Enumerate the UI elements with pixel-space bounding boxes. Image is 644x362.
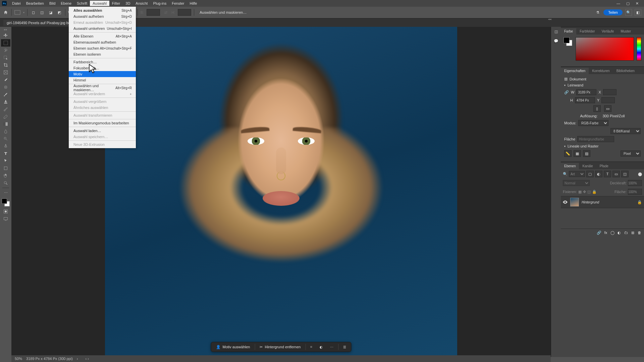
- fx-icon[interactable]: fx: [603, 230, 608, 235]
- more-actions-icon[interactable]: ⋯: [327, 344, 337, 350]
- delete-layer-icon[interactable]: 🗑: [637, 230, 642, 235]
- healing-tool[interactable]: [1, 83, 10, 91]
- mask-icon[interactable]: ◯: [610, 230, 615, 235]
- lasso-tool[interactable]: [1, 47, 10, 54]
- layer-lock-icon[interactable]: 🔒: [637, 200, 642, 204]
- menu-auswahl[interactable]: Auswahl: [90, 1, 109, 6]
- orientation-landscape-icon[interactable]: ▭: [604, 105, 611, 112]
- fg-bg-swatch[interactable]: [564, 37, 573, 47]
- menu-item-auswahl-laden-[interactable]: Auswahl laden…: [69, 128, 136, 134]
- filter-toggle-icon[interactable]: ⬤: [638, 172, 642, 176]
- crop-action-icon[interactable]: ⌗: [307, 344, 316, 350]
- fill-field[interactable]: [577, 136, 614, 142]
- layer-name[interactable]: Hintergrund: [582, 200, 599, 204]
- menu-ansicht[interactable]: Ansicht: [133, 1, 150, 6]
- panel-icon-2[interactable]: 💬: [551, 36, 561, 46]
- menu-schrift[interactable]: Schrift: [74, 1, 90, 6]
- filter-shape-icon[interactable]: ▭: [612, 171, 620, 177]
- eraser-tool[interactable]: [1, 113, 10, 120]
- tab-eigenschaften[interactable]: Eigenschaften: [561, 68, 589, 74]
- unit-select[interactable]: Pixel: [621, 150, 641, 157]
- filter-adjust-icon[interactable]: ◐: [595, 171, 602, 177]
- y-field[interactable]: [601, 97, 615, 103]
- filter-smart-icon[interactable]: ◫: [621, 171, 629, 177]
- canvas-section[interactable]: Leinwand: [564, 83, 641, 87]
- color-swatches[interactable]: [1, 198, 10, 208]
- menu-item-ebenen-isolieren[interactable]: Ebenen isolieren: [69, 51, 136, 57]
- grid-icon[interactable]: ▦: [574, 150, 581, 157]
- marquee-tool[interactable]: [1, 39, 10, 47]
- adjustment-icon[interactable]: ◐: [616, 230, 622, 235]
- menu-item-ebenenauswahl-aufheben[interactable]: Ebenenauswahl aufheben: [69, 39, 136, 45]
- tab-kanäle[interactable]: Kanäle: [579, 163, 596, 169]
- layer-filter-select[interactable]: Art: [569, 171, 585, 177]
- menu-bearbeiten[interactable]: Bearbeiten: [23, 1, 47, 6]
- hue-slider[interactable]: [637, 37, 641, 61]
- type-tool[interactable]: [1, 150, 10, 157]
- link-icon[interactable]: 🔗: [564, 90, 569, 95]
- tab-pfade[interactable]: Pfade: [596, 163, 612, 169]
- layer-row[interactable]: Hintergrund 🔒: [561, 196, 644, 208]
- remove-background-button[interactable]: ✂ Hintergrund entfernen: [256, 344, 304, 351]
- hand-tool[interactable]: [1, 172, 10, 179]
- tab-muster[interactable]: Muster: [617, 28, 634, 35]
- marquee-tool-icon[interactable]: [14, 9, 20, 15]
- height-field[interactable]: [575, 97, 595, 103]
- tab-verläufe[interactable]: Verläufe: [598, 28, 618, 35]
- lock-position-icon[interactable]: ✥: [583, 190, 586, 194]
- select-and-mask-button[interactable]: Auswählen und maskieren…: [197, 9, 249, 15]
- color-mode-select[interactable]: RGB-Farbe: [578, 120, 608, 126]
- brush-tool[interactable]: [1, 91, 10, 98]
- lock-artboard-icon[interactable]: ◫: [587, 190, 591, 194]
- menu-3d[interactable]: 3D: [123, 1, 133, 6]
- menu-item-alle-ebenen[interactable]: Alle EbenenAlt+Strg+A: [69, 33, 136, 39]
- filter-type-icon[interactable]: T: [604, 171, 611, 177]
- properties-action-icon[interactable]: ☰: [340, 344, 350, 350]
- link-layers-icon[interactable]: 🔗: [596, 230, 602, 235]
- edit-toolbar-icon[interactable]: ⋯: [1, 189, 10, 196]
- crop-tool[interactable]: [1, 61, 10, 69]
- menu-item-ebenen-suchen[interactable]: Ebenen suchenAlt+Umschalt+Strg+F: [69, 45, 136, 51]
- rulers-section[interactable]: Lineale und Raster: [564, 144, 641, 148]
- object-select-tool[interactable]: [1, 54, 10, 61]
- toolbox-collapse-icon[interactable]: ▸▸: [4, 28, 7, 31]
- workspace-icon[interactable]: ◧: [635, 9, 641, 16]
- tab-bibliotheken[interactable]: Bibliotheken: [613, 68, 638, 74]
- menu-item-motiv[interactable]: Motiv: [69, 71, 136, 77]
- menu-fenster[interactable]: Fenster: [169, 1, 187, 6]
- pen-tool[interactable]: [1, 142, 10, 150]
- zoom-level[interactable]: 50%: [15, 357, 22, 361]
- status-chevron2-icon[interactable]: ‹ ›: [86, 357, 89, 361]
- flask-icon[interactable]: ⚗: [595, 9, 601, 15]
- select-subject-button[interactable]: 👤 Motiv auswählen: [213, 344, 254, 351]
- bit-depth-select[interactable]: 8 Bit/Kanal: [610, 128, 641, 134]
- filter-search-icon[interactable]: 🔍: [563, 172, 568, 176]
- visibility-icon[interactable]: [563, 200, 568, 204]
- eyedropper-tool[interactable]: [1, 76, 10, 83]
- menu-hilfe[interactable]: Hilfe: [187, 1, 200, 6]
- minimize-button[interactable]: —: [616, 1, 620, 6]
- layer-thumbnail[interactable]: [570, 198, 579, 206]
- menu-bild[interactable]: Bild: [47, 1, 58, 6]
- lock-all-icon[interactable]: 🔒: [592, 190, 597, 194]
- stamp-tool[interactable]: [1, 98, 10, 106]
- color-field[interactable]: [576, 37, 634, 61]
- history-brush-tool[interactable]: [1, 106, 10, 113]
- menu-item-alles-ausw-hlen[interactable]: Alles auswählenStrg+A: [69, 7, 136, 13]
- blend-mode-select[interactable]: Normal: [563, 180, 590, 186]
- x-field[interactable]: [603, 89, 616, 95]
- path-select-tool[interactable]: [1, 157, 10, 165]
- ruler-icon[interactable]: 📏: [564, 150, 572, 157]
- selection-intersect-icon[interactable]: ◩: [56, 9, 62, 15]
- tab-farbe[interactable]: Farbe: [561, 28, 576, 35]
- tab-farbfelder[interactable]: Farbfelder: [576, 28, 598, 35]
- maximize-button[interactable]: ▢: [626, 1, 630, 6]
- blur-tool[interactable]: [1, 128, 10, 135]
- menu-item-fokusbereich-[interactable]: Fokusbereich…: [69, 65, 136, 71]
- menu-ebene[interactable]: Ebene: [58, 1, 74, 6]
- group-icon[interactable]: 🗀: [623, 230, 629, 235]
- selection-new-icon[interactable]: ◻: [30, 9, 36, 15]
- adjust-action-icon[interactable]: ◐: [316, 344, 326, 350]
- search-icon[interactable]: 🔍: [625, 9, 632, 16]
- menu-item-farbbereich-[interactable]: Farbbereich…: [69, 59, 136, 65]
